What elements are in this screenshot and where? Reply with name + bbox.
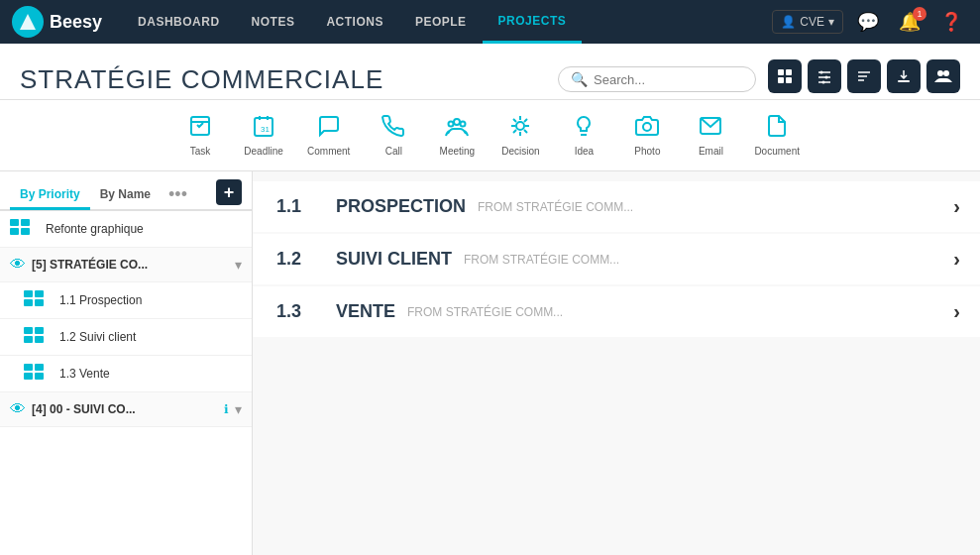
project-row-prospection[interactable]: 1.1 PROSPECTION FROM STRATÉGIE COMM... ›: [253, 181, 980, 232]
toolbar-photo[interactable]: Photo: [617, 108, 677, 163]
nav-notes[interactable]: NOTES: [236, 0, 311, 44]
project-num-2: 1.2: [276, 249, 336, 270]
project-num-1: 1.1: [276, 196, 336, 217]
svg-point-23: [454, 119, 460, 125]
sidebar-group-strategie-label: [5] STRATÉGIE CO...: [32, 258, 229, 272]
sidebar-item-prospection[interactable]: 1.1 Prospection: [0, 282, 252, 319]
svg-rect-3: [778, 77, 784, 83]
sidebar-tabs: By Priority By Name ••• +: [0, 171, 252, 211]
chat-icon-button[interactable]: 💬: [851, 7, 885, 37]
search-bar[interactable]: 🔍: [558, 66, 756, 92]
deadline-icon: 31: [252, 114, 275, 144]
toolbar-deadline[interactable]: 31 Deadline: [234, 108, 293, 163]
meeting-icon: [445, 114, 469, 144]
svg-point-6: [820, 71, 823, 74]
content-area: By Priority By Name ••• + Refonte graphi…: [0, 171, 980, 555]
toolbar-document[interactable]: Document: [744, 108, 810, 163]
search-icon: 🔍: [571, 71, 588, 87]
eye-icon: 👁: [10, 256, 26, 274]
main-content: 1.1 PROSPECTION FROM STRATÉGIE COMM... ›…: [253, 171, 980, 555]
nav-people[interactable]: PEOPLE: [399, 0, 483, 44]
email-label: Email: [699, 146, 723, 157]
nav-right-area: 👤 CVE ▾ 💬 🔔 1 ❓: [772, 7, 968, 37]
email-icon: [699, 114, 722, 144]
task-label: Task: [190, 146, 211, 157]
project-num-3: 1.3: [276, 301, 336, 322]
photo-icon: [635, 114, 659, 144]
svg-rect-14: [898, 80, 910, 82]
chevron-down-icon: ▾: [828, 15, 834, 29]
document-label: Document: [754, 146, 800, 157]
tab-by-name[interactable]: By Name: [90, 181, 161, 210]
toolbar-meeting[interactable]: Meeting: [427, 108, 487, 163]
svg-point-25: [461, 122, 466, 127]
svg-marker-0: [20, 14, 36, 30]
sidebar-group-strategie[interactable]: 👁 [5] STRATÉGIE CO... ▾: [0, 248, 252, 282]
toolbar-idea[interactable]: Idea: [554, 108, 613, 163]
chevron-down-icon: ▾: [235, 257, 242, 273]
toolbar-comment[interactable]: Comment: [297, 108, 360, 163]
notification-badge: 1: [913, 7, 926, 21]
svg-point-26: [516, 122, 524, 130]
sidebar-item-vente-label: 1.3 Vente: [59, 367, 242, 381]
page-header: STRATÉGIE COMMERCIALE 🔍: [0, 44, 980, 100]
download-button[interactable]: [887, 59, 921, 93]
tab-by-priority[interactable]: By Priority: [10, 181, 90, 210]
help-icon-button[interactable]: ❓: [934, 7, 968, 37]
photo-label: Photo: [634, 146, 660, 157]
project-from-2: FROM STRATÉGIE COMM...: [464, 253, 953, 267]
svg-text:31: 31: [261, 125, 270, 134]
toolbar-task[interactable]: Task: [170, 108, 230, 163]
document-icon: [765, 114, 789, 144]
project-chevron-3: ›: [953, 300, 960, 323]
toolbar-email[interactable]: Email: [681, 108, 740, 163]
add-project-button[interactable]: +: [216, 179, 242, 205]
call-label: Call: [385, 146, 402, 157]
project-row-suivi-client[interactable]: 1.2 SUIVI CLIENT FROM STRATÉGIE COMM... …: [253, 234, 980, 284]
sort-button[interactable]: [847, 59, 881, 93]
project-row-vente[interactable]: 1.3 VENTE FROM STRATÉGIE COMM... ›: [253, 286, 980, 337]
svg-point-8: [825, 76, 828, 79]
project-chevron-1: ›: [953, 195, 960, 218]
project-grid-icon-3: [24, 327, 52, 347]
notification-icon-button[interactable]: 🔔 1: [893, 7, 926, 37]
sidebar-item-suivi-client[interactable]: 1.2 Suivi client: [0, 319, 252, 356]
brand-logo-area[interactable]: Beesy: [12, 6, 102, 38]
search-input[interactable]: [594, 72, 742, 87]
user-icon: 👤: [781, 15, 796, 29]
chevron-down-icon-2: ▾: [235, 401, 242, 417]
nav-dashboard[interactable]: DASHBOARD: [122, 0, 236, 44]
info-icon: ℹ: [224, 402, 229, 416]
toolbar: Task 31 Deadline Comment Call Meeting De…: [0, 100, 980, 171]
sidebar-item-suivi-client-label: 1.2 Suivi client: [59, 330, 242, 344]
sidebar-item-prospection-label: 1.1 Prospection: [59, 293, 242, 307]
project-grid-icon-2: [24, 290, 52, 310]
sidebar-item-refonte[interactable]: Refonte graphique: [0, 211, 252, 248]
comment-label: Comment: [307, 146, 350, 157]
svg-point-27: [643, 123, 651, 131]
more-tabs-icon[interactable]: •••: [164, 180, 191, 209]
user-menu-button[interactable]: 👤 CVE ▾: [772, 10, 843, 34]
toolbar-call[interactable]: Call: [364, 108, 423, 163]
sidebar-group-suivi[interactable]: 👁 [4] 00 - SUIVI CO... ℹ ▾: [0, 392, 252, 427]
comment-icon: [317, 114, 341, 144]
page-title: STRATÉGIE COMMERCIALE: [20, 64, 558, 95]
project-grid-icon: [10, 219, 38, 239]
toolbar-decision[interactable]: Decision: [490, 108, 550, 163]
svg-rect-2: [786, 69, 792, 75]
sidebar-item-vente[interactable]: 1.3 Vente: [0, 356, 252, 392]
user-name: CVE: [800, 15, 824, 29]
project-from-3: FROM STRATÉGIE COMM...: [407, 305, 953, 319]
decision-label: Decision: [501, 146, 539, 157]
brand-logo: [12, 6, 44, 38]
deadline-label: Deadline: [244, 146, 282, 157]
people-button[interactable]: [926, 59, 960, 93]
nav-links: DASHBOARD NOTES ACTIONS PEOPLE PROJECTS: [122, 0, 772, 44]
svg-point-10: [822, 81, 825, 84]
nav-projects[interactable]: PROJECTS: [483, 0, 583, 44]
project-grid-icon-4: [24, 364, 52, 384]
filter-button[interactable]: [808, 59, 841, 93]
idea-label: Idea: [575, 146, 594, 157]
view-mode-button[interactable]: [768, 59, 802, 93]
nav-actions[interactable]: ACTIONS: [310, 0, 399, 44]
